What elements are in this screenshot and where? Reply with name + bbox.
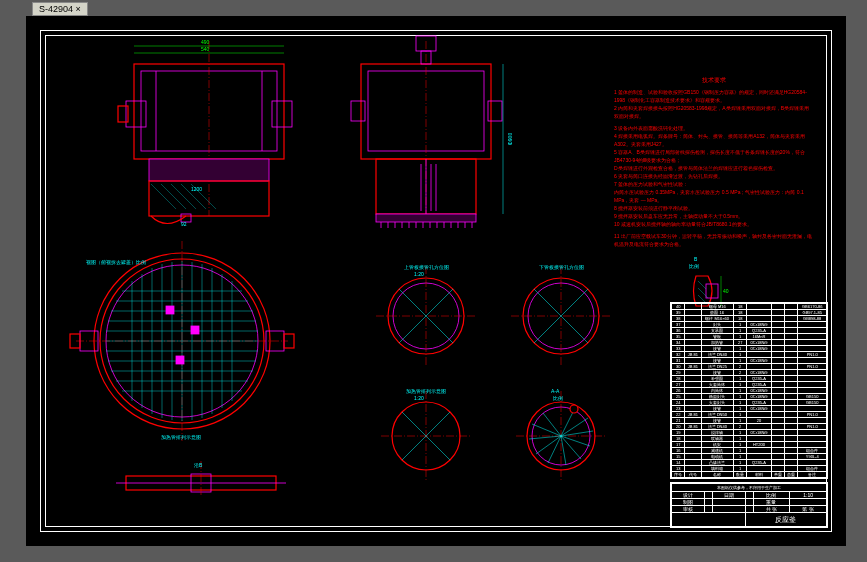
titleblock-cell: 1:10 [790,492,827,499]
titleblock-cell [745,499,753,506]
titleblock-cell: 共 张 [753,506,790,513]
detail-b-title: B [694,256,697,262]
titleblock-cell [712,506,745,513]
titleblock-cell: 比例 [753,492,790,499]
titleblock-cell: 第 张 [790,506,827,513]
circle-bl-scale: 1:20 [414,395,424,401]
notes-line: 9 搅拌器安装后盘车应无异常，主轴摆动量不大于0.5mm。 [614,212,814,220]
titleblock-note: 本图纸仅供参考，不得用于生产加工 [672,484,827,492]
circle-bl-title: 加热管排列示意图 [396,388,456,394]
detail-b-scale: 比例 [689,263,699,269]
notes-line: 5 容器A、B类焊缝进行局部射线探伤检测，探伤长度不低于各条焊缝长度的20%，符… [614,148,814,164]
drawing-title: 反应釜 [745,513,826,527]
dim-top-2: 540 [201,46,209,52]
bom-header: 材料 [747,472,771,478]
bom-header: 数量 [733,472,746,478]
circle-br-title: A-A [551,388,559,394]
titleblock-cell [705,499,713,506]
notes-line: 2 内筒和夹套焊接接头按照HG20583-1998规定，A类焊缝采用双面对接焊，… [614,104,814,120]
titleblock-cell: 审核 [672,506,705,513]
notes-line: 内筒水压试验压力 0.35MPa，夹套水压试验压力 0.5 MPa；气密性试验压… [614,188,814,204]
bom-header: 单重 [771,472,784,478]
drawing-canvas: 视图（俯视拆去罐盖）比例 加热管排列示意图 上管板接管孔方位图 1:20 下管板… [26,16,846,546]
titleblock-cell [790,499,827,506]
plan-title: 视图（俯视拆去罐盖）比例 [86,259,146,265]
bom-header: 备注 [798,472,827,478]
notes-line: 11 出厂前应空载试车30分钟，运转平稳，无异常振动和噪声，轴封及各密封面无泄漏… [614,232,814,248]
titleblock-cell: 重量 [753,499,790,506]
notes-line: 4 焊接采用电弧焊。焊条牌号：筒体、封头、接管、接筒等采用A132，筒体与夹套采… [614,132,814,148]
dim-top-1: 490 [201,39,209,45]
titleblock-cell: 日期 [712,492,745,499]
section-bottom-title: 沿B [194,462,202,468]
circle-tr-title: 下管板接管孔方位图 [531,264,591,270]
bom-header: 总重 [785,472,798,478]
dim-bottom-1: 1200 [191,186,202,192]
title-block: 本图纸仅供参考，不得用于生产加工 设计日期比例1:10 制图重量 审核共 张第 … [670,482,828,528]
plan-note: 加热管排列示意图 [136,434,226,440]
file-tab[interactable]: S-42904 × [32,2,88,16]
circle-tl-scale: 1:20 [414,271,424,277]
circle-tl-title: 上管板接管孔方位图 [396,264,456,270]
titleblock-cell [705,492,713,499]
bom-header: 序号 [672,472,685,478]
bom-header: 名称 [701,472,733,478]
notes-line: 6 夹套与筒口连接先经圆滑过渡，先钻孔后焊接。 [614,172,814,180]
notes-line: 8 搅拌器安装前须进行静平衡试验。 [614,204,814,212]
titleblock-cell [745,492,753,499]
technical-notes: 技术要求 1 釜体的制造、试验和验收按照GB150《钢制压力容器》的规定，同时还… [614,76,814,248]
bom-cell: GB6170-86 [798,304,827,310]
dim-bottom-2: 92 [181,221,187,227]
side-dim-1: Φ900 [507,133,513,145]
titleblock-cell: 制图 [672,499,705,506]
bom-table: 40螺母 M1618GB6170-8639垫圈 1618GB97.1-8538螺… [670,302,828,479]
notes-line: 1 釜体的制造、试验和验收按照GB150《钢制压力容器》的规定，同时还满足HG2… [614,88,814,104]
bom-cell: 螺柱 M16×60 [701,316,733,322]
titleblock-cell [745,506,753,513]
titleblock-cell [712,499,745,506]
circle-br-scale: 比例 [553,395,563,401]
tab-label: S-42904 × [39,4,81,14]
detail-dim: 40 [723,288,729,294]
notes-line: 7 釜体的压力试验和气密性试验： [614,180,814,188]
titleblock-cell [705,506,713,513]
notes-line: 10 减速机安装后搅拌轴的轴向窜动量符合JB/T8680.1的要求。 [614,220,814,228]
bom-header: 代号 [685,472,701,478]
notes-line: D类焊缝进行外观检查合格，接管与筒体法兰的焊缝应进行着色探伤检查。 [614,164,814,172]
notes-title: 技术要求 [614,76,814,86]
titleblock-cell: 设计 [672,492,705,499]
notes-line: 3 设备内外表面需酸洗钝化处理。 [614,124,814,132]
